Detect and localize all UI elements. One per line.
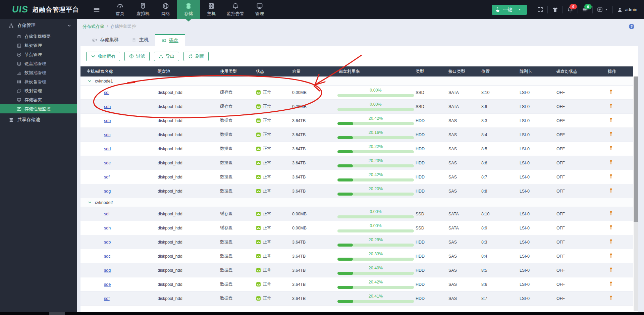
disk-row: sdhdiskpool_hdd缓存盘正常0.00MB0.00%SSDSATA8:… xyxy=(80,221,633,235)
toggle-disk-light-button[interactable] xyxy=(608,146,613,151)
toggle-disk-light-button[interactable] xyxy=(608,239,613,244)
cell-raid-card: LSI-0 xyxy=(514,292,550,306)
sidebar-item-diskpool[interactable]: 硬盘池管理 xyxy=(0,59,77,68)
toggle-disk-light-button[interactable] xyxy=(608,295,613,301)
toggle-disk-light-button[interactable] xyxy=(608,281,613,286)
sidebar-item-datapool[interactable]: 数据池管理 xyxy=(0,68,77,77)
toggle-disk-light-button[interactable] xyxy=(608,89,613,95)
cell-use-type: 数据盘 xyxy=(214,292,250,306)
disk-name-link[interactable]: sdf xyxy=(104,296,110,301)
alarm-button[interactable]: 9 xyxy=(563,7,578,13)
nav-item-home[interactable]: 首页 xyxy=(109,0,131,19)
table-header-row: 主机/磁盘名称硬盘池使用类型状态容量磁盘利用率类型接口类型位置阵列卡磁盘灯状态操… xyxy=(80,66,633,77)
view-menu-button[interactable] xyxy=(593,7,612,12)
user-menu[interactable]: admin xyxy=(613,7,637,12)
cell-utilization: 0.00% xyxy=(329,100,410,114)
utilization-bar-track xyxy=(337,108,414,111)
status-text: 正常 xyxy=(263,239,271,245)
breadcrumb-distributed-storage[interactable]: 分布式存储 xyxy=(83,23,104,30)
cell-capacity: 3.64TB xyxy=(286,114,329,128)
fullscreen-button[interactable] xyxy=(533,7,547,12)
collapse-group-icon[interactable] xyxy=(88,201,92,204)
disk-name-link[interactable]: sdc xyxy=(104,133,110,137)
cell-raid-card: LSI-0 xyxy=(514,114,550,128)
toggle-disk-light-button[interactable] xyxy=(608,132,613,137)
collapse-all-button[interactable]: 收缩所有 xyxy=(86,52,120,61)
export-button[interactable]: 导出 xyxy=(154,52,179,61)
toggle-disk-light-button[interactable] xyxy=(608,211,613,216)
nav-item-network[interactable]: 网络 xyxy=(154,0,177,19)
disk-name-link[interactable]: sdh xyxy=(104,104,111,109)
utilization-bar-track xyxy=(337,94,414,97)
toggle-disk-light-button[interactable] xyxy=(608,267,613,272)
disk-name-link[interactable]: sde xyxy=(104,161,111,165)
sidebar-item-mapping[interactable]: 映射管理 xyxy=(0,86,77,95)
status-normal: 正常 xyxy=(256,267,286,273)
cell-type: HDD xyxy=(410,142,442,156)
hamburger-menu-icon[interactable] xyxy=(93,6,100,13)
utilization-percent: 20.33% xyxy=(337,252,414,256)
toggle-disk-light-button[interactable] xyxy=(608,188,613,193)
disk-table-wrap: 主机/磁盘名称硬盘池使用类型状态容量磁盘利用率类型接口类型位置阵列卡磁盘灯状态操… xyxy=(80,66,638,306)
col-header-capacity: 容量 xyxy=(286,66,329,77)
node-group-row: cvknode2 xyxy=(80,198,633,207)
tab-cluster[interactable]: 存储集群 xyxy=(86,34,125,46)
disk-name-link[interactable]: sdg xyxy=(104,189,111,194)
disk-name-link[interactable]: sdd xyxy=(104,147,111,151)
sidebar-section-storage-management[interactable]: 存储管理 xyxy=(0,19,77,32)
toggle-disk-light-button[interactable] xyxy=(608,225,613,230)
tab-host[interactable]: 主机 xyxy=(125,34,155,46)
utilization-bar-fill xyxy=(337,150,353,153)
disk-name-link[interactable]: sdb xyxy=(104,240,111,245)
nav-item-manage[interactable]: 管理 xyxy=(248,0,271,19)
utilization-bar-track xyxy=(337,178,414,181)
disk-status-ok-icon xyxy=(256,104,261,109)
cell-disk-name: sdb xyxy=(80,235,152,249)
sidebar-item-perf-monitor[interactable]: 存储性能监控 xyxy=(0,104,77,113)
disk-name-link[interactable]: sdf xyxy=(104,175,110,179)
scrollbar-thumb[interactable] xyxy=(634,76,638,222)
collapse-group-icon[interactable] xyxy=(88,79,92,83)
toggle-disk-light-button[interactable] xyxy=(608,174,613,179)
tab-disk[interactable]: 磁盘 xyxy=(155,34,185,46)
theme-skin-button[interactable] xyxy=(548,7,562,13)
nav-item-storage[interactable]: 存储 xyxy=(177,0,200,19)
chevron-down-icon[interactable] xyxy=(67,24,71,28)
disk-name-link[interactable]: sde xyxy=(104,282,111,287)
disk-name-link[interactable]: sdd xyxy=(104,268,111,273)
cell-use-type: 缓存盘 xyxy=(214,207,250,221)
toggle-disk-light-button[interactable] xyxy=(608,103,613,109)
table-scrollbar[interactable] xyxy=(634,76,638,311)
cell-status: 正常 xyxy=(250,277,286,292)
filter-button[interactable]: 过滤 xyxy=(124,52,150,61)
nav-item-vm[interactable]: 虚拟机 xyxy=(131,0,154,19)
toggle-disk-light-button[interactable] xyxy=(608,253,613,258)
one-key-button[interactable]: 一键 xyxy=(492,5,527,15)
sidebar-item-blockdev[interactable]: 块设备管理 xyxy=(0,77,77,86)
disk-name-link[interactable]: sdh xyxy=(104,226,111,230)
cell-type: HDD xyxy=(410,277,442,292)
cell-capacity: 3.64TB xyxy=(286,235,329,249)
sidebar-section-shared-pool[interactable]: 共享存储池 xyxy=(0,113,77,126)
disk-row: sdidiskpool_hdd缓存盘正常0.00MB0.00%SSDSATA8:… xyxy=(80,86,633,100)
refresh-button[interactable]: 刷新 xyxy=(183,52,209,61)
disk-name-link[interactable]: sdi xyxy=(104,212,109,216)
sidebar-item-rack[interactable]: 机架管理 xyxy=(0,41,77,50)
sidebar-item-cluster-overview[interactable]: 存储集群概要 xyxy=(0,32,77,41)
toggle-disk-light-button[interactable] xyxy=(608,117,613,123)
sidebar-item-label: 数据池管理 xyxy=(24,70,46,76)
username: admin xyxy=(625,7,637,12)
nav-item-monitor-alarm[interactable]: 监控告警 xyxy=(223,0,248,19)
caret-down-icon[interactable] xyxy=(518,8,521,11)
disk-name-link[interactable]: sdb xyxy=(104,118,111,123)
disk-name-link[interactable]: sdi xyxy=(104,90,109,95)
toggle-disk-light-button[interactable] xyxy=(608,160,613,165)
status-text: 正常 xyxy=(263,132,271,138)
help-button[interactable]: ? xyxy=(629,23,635,30)
sidebar-item-storage-dr[interactable]: 存储容灾 xyxy=(0,95,77,104)
task-button[interactable]: 0 xyxy=(578,7,592,12)
utilization-bar-track xyxy=(337,136,414,139)
nav-item-host[interactable]: 主机 xyxy=(200,0,223,19)
sidebar-item-node[interactable]: 节点管理 xyxy=(0,50,77,59)
disk-name-link[interactable]: sdc xyxy=(104,254,110,259)
